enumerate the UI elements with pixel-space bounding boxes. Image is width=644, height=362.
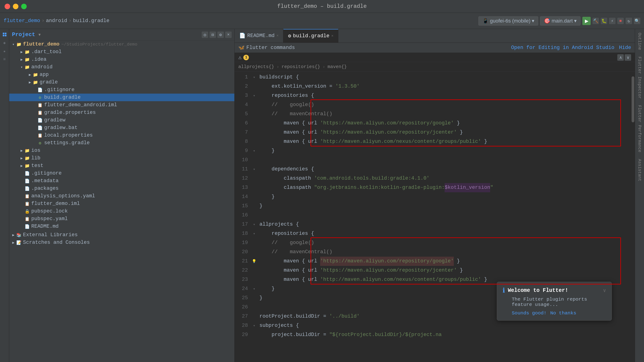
breadcrumb-allprojects[interactable]: allprojects{} bbox=[238, 64, 274, 70]
gutter-9[interactable]: ▾ bbox=[252, 146, 256, 156]
tree-item-lib[interactable]: ▶ 📁 lib bbox=[9, 154, 234, 162]
tree-item-pubspec-yaml[interactable]: ▶ 📋 pubspec.yaml bbox=[9, 215, 234, 223]
tree-item-gradlew[interactable]: ▶ 📄 gradlew bbox=[9, 116, 234, 124]
gutter-11[interactable]: ▾ bbox=[252, 165, 256, 174]
breadcrumb-android[interactable]: android bbox=[46, 18, 67, 24]
tree-settings-icon[interactable]: ⚙ bbox=[217, 32, 224, 38]
run-button[interactable]: ▶ bbox=[582, 17, 591, 25]
run-config-selector[interactable]: 🎯 main.dart ▾ bbox=[540, 16, 580, 26]
code-line-20: // mavenCentral() bbox=[258, 248, 635, 257]
tree-item-gradle-folder[interactable]: ▶ 📁 gradle bbox=[9, 78, 234, 86]
notification-decline-btn[interactable]: No thanks bbox=[550, 310, 576, 316]
device-selector[interactable]: 📱 guofei-6s (mobile) ▾ bbox=[478, 16, 538, 26]
favorites-icon[interactable]: ★ bbox=[1, 48, 8, 55]
flutter-inspector-label[interactable]: Flutter Inspector bbox=[637, 55, 642, 101]
prev-warning-btn[interactable]: ∧ bbox=[617, 54, 624, 61]
tree-item-packages[interactable]: ▶ 📄 .packages bbox=[9, 185, 234, 192]
outline-panel-label[interactable]: Outline bbox=[637, 31, 642, 52]
tree-item-flutter-android-iml[interactable]: ▶ 📋 flutter_demo_android.iml bbox=[9, 101, 234, 109]
line-numbers: 1 2 3 4 5 6 7 8 9 10 11 12 13 14 15 16 1… bbox=[234, 72, 251, 362]
tab-build-gradle[interactable]: ⚙ build.gradle × bbox=[283, 29, 338, 42]
tree-item-analysis[interactable]: ▶ 📋 analysis_options.yaml bbox=[9, 192, 234, 200]
code-line-12: classpath 'com.android.tools.build:gradl… bbox=[258, 174, 635, 183]
tree-item-external-libs[interactable]: ▶ 📚 External Libraries bbox=[9, 231, 234, 239]
editor-content: 1 2 3 4 5 6 7 8 9 10 11 12 13 14 15 16 1… bbox=[234, 72, 635, 362]
tree-toolbar: ◎ ⊟ ⚙ × bbox=[202, 32, 232, 38]
window-controls bbox=[4, 4, 27, 9]
editor-area: 📄 README.md × ⚙ build.gradle × 🦋 Flutter… bbox=[234, 29, 635, 362]
collapse-all-icon[interactable]: ⊟ bbox=[210, 32, 216, 38]
readme-tab-label: README.md bbox=[247, 33, 274, 39]
debug-icon[interactable]: 🐛 bbox=[601, 18, 607, 24]
code-line-6: maven { url 'https://maven.aliyun.com/re… bbox=[258, 119, 635, 128]
tree-item-settings-gradle[interactable]: ▶ ⚙ settings.gradle bbox=[9, 139, 234, 147]
expand-arrow-root: ▾ bbox=[11, 42, 16, 47]
notification-collapse-icon[interactable]: ∨ bbox=[603, 288, 606, 294]
notification-header: ℹ Welcome to Flutter! ∨ bbox=[502, 286, 606, 294]
breadcrumb-maven[interactable]: maven{} bbox=[328, 64, 347, 70]
folder-icon-ios: 📁 bbox=[24, 148, 30, 153]
flutter-performance-label[interactable]: Flutter Performance bbox=[637, 103, 642, 154]
gutter-1[interactable]: ▾ bbox=[252, 73, 256, 82]
maximize-button[interactable] bbox=[21, 4, 27, 9]
tree-close-icon[interactable]: × bbox=[225, 32, 232, 38]
tree-item-idea[interactable]: ▶ 📁 .idea bbox=[9, 56, 234, 63]
tree-item-local-props[interactable]: ▶ 📋 local.properties bbox=[9, 132, 234, 139]
structure-icon[interactable]: ≡ bbox=[1, 56, 8, 63]
breadcrumb-file[interactable]: build.gradle bbox=[73, 18, 109, 24]
assistant-label[interactable]: Assistant bbox=[637, 157, 642, 183]
search-icon[interactable]: 🔍 bbox=[634, 18, 640, 24]
tree-item-gradlew-bat[interactable]: ▶ 📄 gradlew.bat bbox=[9, 124, 234, 132]
tree-item-build-gradle[interactable]: ▶ ⚙ build.gradle bbox=[9, 94, 234, 101]
gutter-17[interactable]: ▾ bbox=[252, 220, 256, 229]
project-panel-icon[interactable] bbox=[1, 31, 8, 38]
gutter-28[interactable]: ▾ bbox=[252, 321, 256, 330]
flutter-commands-title: Flutter commands bbox=[246, 45, 295, 50]
hide-btn[interactable]: Hide bbox=[619, 45, 631, 50]
tree-item-android[interactable]: ▾ 📁 android bbox=[9, 63, 234, 71]
tree-item-gitignore2[interactable]: ▶ 📄 .gitignore bbox=[9, 170, 234, 177]
project-dropdown-arrow[interactable]: ▾ bbox=[38, 31, 41, 38]
minimize-button[interactable] bbox=[13, 4, 18, 9]
tree-item-pubspec-lock[interactable]: ▶ 🔒 pubspec.lock bbox=[9, 208, 234, 215]
attach-icon[interactable]: ⚡ bbox=[609, 18, 616, 24]
open-android-studio-btn[interactable]: Open for Editing in Android Studio bbox=[511, 45, 614, 50]
tree-item-scratches[interactable]: ▶ 📝 Scratches and Consoles bbox=[9, 239, 234, 246]
root-path: ~/StudioProjects/flutter_demo bbox=[61, 42, 137, 47]
tree-item-gradle-props[interactable]: ▶ 📋 gradle.properties bbox=[9, 109, 234, 116]
next-warning-btn[interactable]: ∨ bbox=[625, 54, 631, 61]
notification-actions: Sounds good! No thanks bbox=[502, 310, 606, 316]
readme-tab-close[interactable]: × bbox=[276, 34, 279, 38]
gradle-tab-close[interactable]: × bbox=[331, 34, 334, 38]
breadcrumb-repositories[interactable]: repositories{} bbox=[282, 64, 320, 70]
bat-icon: 📄 bbox=[37, 125, 43, 130]
scrollbar-thumb[interactable] bbox=[632, 76, 634, 122]
close-button[interactable] bbox=[4, 4, 10, 9]
tree-item-dart-tool[interactable]: ▶ 📁 .dart_tool bbox=[9, 48, 234, 56]
tree-item-ios[interactable]: ▶ 📁 ios bbox=[9, 147, 234, 154]
code-line-4: // google() bbox=[258, 100, 635, 110]
tree-item-root[interactable]: ▾ 📁 flutter_demo ~/StudioProjects/flutte… bbox=[9, 40, 234, 48]
code-area[interactable]: buildscript { ext.kotlin_version = '1.3.… bbox=[258, 72, 635, 362]
vertical-scrollbar[interactable] bbox=[631, 72, 635, 362]
stop-icon[interactable]: ■ bbox=[617, 18, 624, 24]
tree-item-test[interactable]: ▶ 📁 test bbox=[9, 162, 234, 170]
hammer-icon[interactable]: 🔨 bbox=[592, 18, 599, 24]
vcs-icon[interactable]: ◈ bbox=[1, 39, 8, 46]
right-panel-icons: Outline Flutter Inspector Flutter Perfor… bbox=[635, 29, 644, 362]
sync-icon[interactable]: ↻ bbox=[626, 18, 632, 24]
code-line-11: dependencies { bbox=[258, 165, 635, 174]
breadcrumb-project[interactable]: flutter_demo bbox=[4, 18, 40, 24]
tree-item-flutter-iml[interactable]: ▶ 📋 flutter_demo.iml bbox=[9, 200, 234, 208]
tab-readme[interactable]: 📄 README.md × bbox=[234, 29, 283, 42]
locate-icon[interactable]: ◎ bbox=[202, 32, 208, 38]
gutter-18[interactable]: ▾ bbox=[252, 229, 256, 238]
tree-item-metadata[interactable]: ▶ 📄 .metadata bbox=[9, 177, 234, 185]
gutter-3[interactable]: ▾ bbox=[252, 91, 256, 100]
tree-item-readme[interactable]: ▶ 📄 README.md bbox=[9, 223, 234, 230]
project-dropdown[interactable]: Project bbox=[12, 32, 35, 38]
tree-item-gitignore1[interactable]: ▶ 📄 .gitignore bbox=[9, 86, 234, 94]
tree-item-app[interactable]: ▶ 📁 app bbox=[9, 71, 234, 78]
notification-accept-btn[interactable]: Sounds good! bbox=[512, 310, 546, 316]
gutter-24[interactable]: ▾ bbox=[252, 284, 256, 294]
